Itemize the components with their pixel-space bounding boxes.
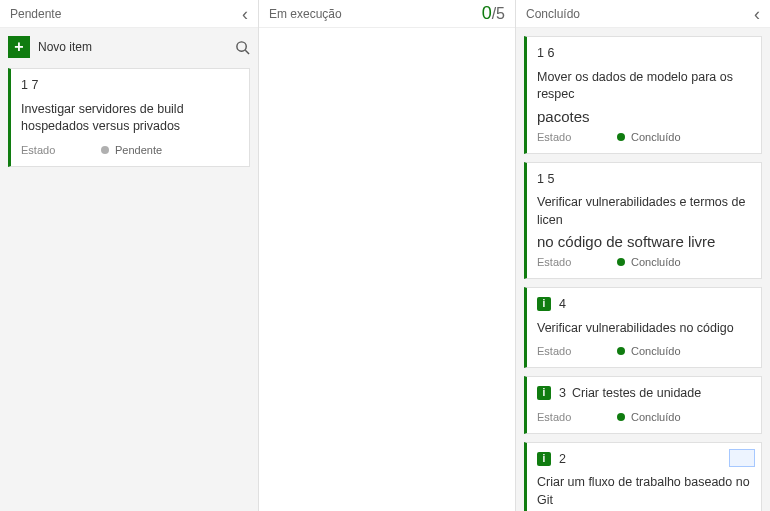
card-prefix: 1 6: [537, 45, 554, 63]
card-state-row: EstadoConcluído: [537, 131, 751, 143]
card-title-text: Verificar vulnerabilidades no código: [537, 320, 734, 338]
clipboard-icon: i: [537, 297, 551, 311]
card-title-text: Investigar servidores de build hospedado…: [21, 101, 239, 136]
state-dot-icon: [617, 347, 625, 355]
card-title: i3 Criar testes de unidade: [537, 385, 751, 403]
card-subtitle: pacotes: [537, 108, 751, 125]
state-field-label: Estado: [537, 256, 617, 268]
state-value: Concluído: [631, 131, 681, 143]
card-prefix: 1 7: [21, 77, 38, 95]
state-value: Pendente: [115, 144, 162, 156]
state-field-label: Estado: [537, 411, 617, 423]
search-icon[interactable]: [235, 40, 250, 55]
card-state-row: EstadoConcluído: [537, 345, 751, 357]
card-pending-0[interactable]: 1 7 Investigar servidores de build hospe…: [8, 68, 250, 167]
state-dot-icon: [617, 258, 625, 266]
running-count-total: /5: [492, 5, 505, 22]
card-title-text: Mover os dados de modelo para os respec: [537, 69, 751, 104]
card-title-text: Criar testes de unidade: [572, 385, 701, 403]
column-pending: Pendente ‹ + Novo item 1 7 Investigar se…: [0, 0, 259, 511]
kanban-board: Pendente ‹ + Novo item 1 7 Investigar se…: [0, 0, 770, 511]
card-title: i2 Criar um fluxo de trabalho baseado no…: [537, 451, 751, 510]
running-count: 0/5: [482, 3, 505, 24]
state-dot-icon: [617, 413, 625, 421]
clipboard-icon: i: [537, 452, 551, 466]
card-state-row: EstadoConcluído: [537, 411, 751, 423]
card-done-1[interactable]: 1 5 Verificar vulnerabilidades e termos …: [524, 162, 762, 280]
column-pending-header: Pendente ‹: [0, 0, 258, 28]
column-done-body: 1 6 Mover os dados de modelo para os res…: [516, 28, 770, 511]
card-subtitle: no código de software livre: [537, 233, 751, 250]
card-title: 1 6 Mover os dados de modelo para os res…: [537, 45, 751, 104]
state-field-label: Estado: [537, 345, 617, 357]
column-running: Em execução 0/5: [259, 0, 516, 511]
card-title-text: Criar um fluxo de trabalho baseado no Gi…: [537, 474, 751, 509]
new-item-row: + Novo item: [8, 36, 250, 58]
column-running-title: Em execução: [269, 7, 342, 21]
card-title: 1 5 Verificar vulnerabilidades e termos …: [537, 171, 751, 230]
new-item-label: Novo item: [38, 40, 92, 54]
clipboard-icon: i: [537, 386, 551, 400]
state-value: Concluído: [631, 345, 681, 357]
add-item-button[interactable]: +: [8, 36, 30, 58]
column-pending-body: + Novo item 1 7 Investigar servidores de…: [0, 28, 258, 511]
selection-box: [729, 449, 755, 467]
card-prefix: 3: [559, 385, 566, 403]
state-dot-icon: [101, 146, 109, 154]
state-value: Concluído: [631, 256, 681, 268]
state-field-label: Estado: [537, 131, 617, 143]
collapse-pending-icon[interactable]: ‹: [242, 5, 248, 23]
card-title: 1 7 Investigar servidores de build hospe…: [21, 77, 239, 136]
card-prefix: 2: [559, 451, 566, 469]
card-state-row: Estado Pendente: [21, 144, 239, 156]
state-field-label: Estado: [21, 144, 101, 156]
state-value: Concluído: [631, 411, 681, 423]
running-count-done: 0: [482, 3, 492, 23]
column-pending-title: Pendente: [10, 7, 61, 21]
state-dot-icon: [617, 133, 625, 141]
card-prefix: 4: [559, 296, 566, 314]
card-done-3[interactable]: i3 Criar testes de unidadeEstadoConcluíd…: [524, 376, 762, 434]
column-running-header: Em execução 0/5: [259, 0, 515, 28]
collapse-done-icon[interactable]: ‹: [754, 5, 760, 23]
column-done-header: Concluído ‹: [516, 0, 770, 28]
card-title: i4 Verificar vulnerabilidades no código: [537, 296, 751, 337]
card-prefix: 1 5: [537, 171, 554, 189]
svg-point-0: [237, 41, 246, 50]
column-running-body: [259, 28, 515, 511]
svg-line-1: [245, 50, 249, 54]
card-done-0[interactable]: 1 6 Mover os dados de modelo para os res…: [524, 36, 762, 154]
card-done-4[interactable]: i2 Criar um fluxo de trabalho baseado no…: [524, 442, 762, 512]
card-title-text: Verificar vulnerabilidades e termos de l…: [537, 194, 751, 229]
column-done-title: Concluído: [526, 7, 580, 21]
card-done-2[interactable]: i4 Verificar vulnerabilidades no códigoE…: [524, 287, 762, 368]
column-done: Concluído ‹ 1 6 Mover os dados de modelo…: [516, 0, 770, 511]
card-state-row: EstadoConcluído: [537, 256, 751, 268]
